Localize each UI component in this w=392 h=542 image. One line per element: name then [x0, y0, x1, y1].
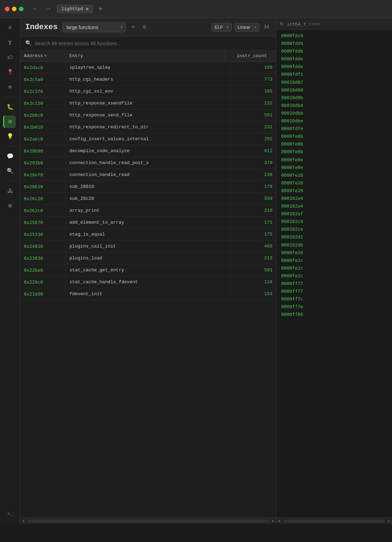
table-row[interactable]: 0x2b6c0 http_response_send_file 561 [20, 109, 276, 121]
linear-address-item[interactable]: 00010dbb [281, 109, 387, 117]
table-row[interactable]: 0x25870 add_element_to_array 171 [20, 217, 276, 229]
sidebar-item-bug[interactable]: 🐛 [4, 101, 16, 113]
linear-address-item[interactable]: 0000ff86 [281, 311, 387, 318]
linear-address-item[interactable]: 0000fddb [281, 47, 387, 55]
linear-address-item[interactable]: 00010db4 [281, 102, 387, 109]
linear-address-item[interactable]: 0000ff7c [281, 295, 387, 303]
linear-address-item[interactable]: 0000fdf1 [281, 70, 387, 78]
active-tab[interactable]: lighttpd [56, 5, 93, 13]
maximize-button[interactable] [19, 7, 23, 11]
right-horizontal-scroll-track[interactable] [283, 520, 385, 522]
linear-address-item[interactable]: 0000fe26 [281, 249, 387, 257]
col-header-address[interactable]: Address ▼ [20, 50, 66, 61]
linear-address-item[interactable]: 0000ff77 [281, 280, 387, 287]
right-scroll-left-button[interactable]: ◀ [276, 518, 282, 524]
sidebar-item-search[interactable]: 🔍 [4, 165, 16, 177]
table-row[interactable]: 0x21dd0 fdevent_init 153 [20, 288, 276, 300]
sidebar-item-graph[interactable]: ⊕ [4, 81, 16, 93]
linear-address-item[interactable]: 0000ff7e [281, 303, 387, 311]
linear-address-item[interactable]: 0000fdc0 [281, 32, 387, 40]
table-row[interactable]: 0x2c5a0 http_cgi_headers 773 [20, 74, 276, 86]
table-row[interactable]: 0x2b010 http_response_redirect_to_dir 23… [20, 121, 276, 133]
linear-address-item[interactable]: 000102a4 [281, 195, 387, 202]
linear-address-item[interactable]: 0000fe2c [281, 257, 387, 264]
table-row[interactable]: 0x26c20 sub_26c20 599 [20, 193, 276, 205]
more-button[interactable]: H [262, 22, 271, 32]
table-row[interactable]: 0x262c0 array_print 210 [20, 205, 276, 217]
table-row[interactable]: 0x2dac0 splaytree_splay 169 [20, 62, 276, 74]
linear-address-item[interactable]: 0000fdd4 [281, 40, 387, 47]
col-header-instr[interactable]: instr_count [225, 50, 270, 61]
right-bottom-scrollbar[interactable]: ◀ ▶ [276, 517, 392, 524]
table-row[interactable]: 0x293b0 connection_handle_read_post_s 37… [20, 157, 276, 169]
linear-address-item[interactable]: 0000fe26 [281, 171, 387, 179]
horizontal-scroll-track[interactable] [27, 520, 269, 522]
table-row[interactable]: 0x229c0 stat_cache_handle_fdevent 134 [20, 276, 276, 288]
linear-address-item[interactable]: 0000fdde [281, 55, 387, 63]
linear-address-item[interactable]: 0000fe2c [281, 272, 387, 280]
linear-address-item[interactable]: 000102c9 [281, 218, 387, 225]
linear-address-item[interactable]: 0000fdfe [281, 125, 387, 133]
table-row[interactable]: 0x24810 plugins_call_init 468 [20, 240, 276, 252]
linear-address-item[interactable]: 000102d1 [281, 233, 387, 241]
add-tab-button[interactable]: + [96, 4, 104, 14]
filter-dropdown[interactable]: large functions [62, 22, 126, 32]
linear-address-item[interactable]: 0000ff77 [281, 287, 387, 295]
sidebar-item-text[interactable]: 𝐓 [4, 36, 16, 49]
sidebar-item-terminal[interactable]: >_ [4, 508, 16, 520]
table-row[interactable]: 0x28610 sub_28610 178 [20, 181, 276, 193]
table-row[interactable]: 0x29b90 decompile_code_analyze 612 [20, 145, 276, 157]
linear-address-item[interactable]: 000102af [281, 210, 387, 218]
sidebar-item-chat[interactable]: 💬 [4, 150, 16, 163]
sidebar-item-table[interactable]: ⊞ [3, 115, 16, 128]
table-row[interactable]: 0x2c3f0 http_cgi_ssl_env 105 [20, 86, 276, 97]
table-row[interactable]: 0x2c150 http_response_xsendfile 132 [20, 97, 276, 109]
linear-address-item[interactable]: 00010d90 [281, 86, 387, 94]
format-dropdown[interactable]: ELF [211, 23, 232, 32]
sidebar-item-layers[interactable]: ⊠ [4, 199, 16, 212]
linear-address-item[interactable]: 00010dbe [281, 117, 387, 125]
minimize-button[interactable] [12, 7, 16, 11]
table-container[interactable]: Address ▼ Entry instr_count 0x2dac0 spla… [20, 50, 276, 517]
linear-address-item[interactable]: 00010d9b [281, 94, 387, 102]
linear-address-item[interactable]: 0000fe2c [281, 264, 387, 272]
linear-address-item[interactable]: 000102ce [281, 225, 387, 233]
linear-address-item[interactable]: 000102a4 [281, 202, 387, 210]
col-header-entry[interactable]: Entry [66, 50, 225, 61]
sidebar-item-bulb[interactable]: 💡 [4, 130, 16, 143]
close-button[interactable] [5, 7, 9, 11]
forward-button[interactable]: → [43, 4, 54, 14]
view-dropdown[interactable]: Linear [235, 23, 259, 32]
sidebar-item-tag[interactable]: 🏷 [4, 51, 16, 64]
linear-address-item[interactable]: 0000fe0b [281, 133, 387, 140]
view-dropdown-wrapper[interactable]: Linear ▾ [235, 23, 259, 32]
table-row[interactable]: 0x25330 etag_is_equal 175 [20, 229, 276, 240]
sidebar-item-network[interactable]: 🖧 [4, 185, 16, 197]
linear-address-item[interactable]: 0000fdde [281, 63, 387, 70]
linear-address-item[interactable]: 0000fe0e [281, 164, 387, 171]
table-row[interactable]: 0x2a6c0 config_insert_values_internal 29… [20, 133, 276, 145]
linear-address-item[interactable]: 0000fe26 [281, 187, 387, 195]
menu-button[interactable]: ≡ [141, 22, 149, 32]
format-dropdown-wrapper[interactable]: ELF ▾ [211, 23, 232, 32]
linear-address-item[interactable]: 0000fe26 [281, 179, 387, 187]
right-scroll-right-button[interactable]: ▶ [386, 518, 392, 524]
linear-address-item[interactable]: 0000fe0b [281, 140, 387, 148]
sidebar-item-hash[interactable]: # [4, 22, 16, 34]
linear-address-item[interactable]: 000102db [281, 241, 387, 249]
table-row[interactable]: 0x28ef0 connection_handle_read 248 [20, 169, 276, 181]
table-row[interactable]: 0x22be0 stat_cache_get_entry 581 [20, 264, 276, 276]
linear-address-item[interactable]: 0000fe0b [281, 148, 387, 156]
bottom-scrollbar[interactable]: ◀ ▶ [20, 517, 276, 524]
scroll-right-button[interactable]: ▶ [270, 518, 276, 524]
linear-address-item[interactable]: 00010d87 [281, 79, 387, 86]
refresh-button[interactable]: ↻ [280, 21, 284, 27]
add-filter-button[interactable]: + [129, 22, 137, 32]
sidebar-item-location[interactable]: 📍 [4, 66, 16, 79]
back-button[interactable]: ← [30, 4, 40, 14]
linear-address-item[interactable]: 0000fe0e [281, 156, 387, 164]
search-input[interactable] [35, 41, 271, 46]
filter-dropdown-wrapper[interactable]: large functions ▾ [62, 22, 126, 32]
scroll-left-button[interactable]: ◀ [20, 518, 26, 524]
table-row[interactable]: 0x23830 plugins_load 213 [20, 252, 276, 264]
